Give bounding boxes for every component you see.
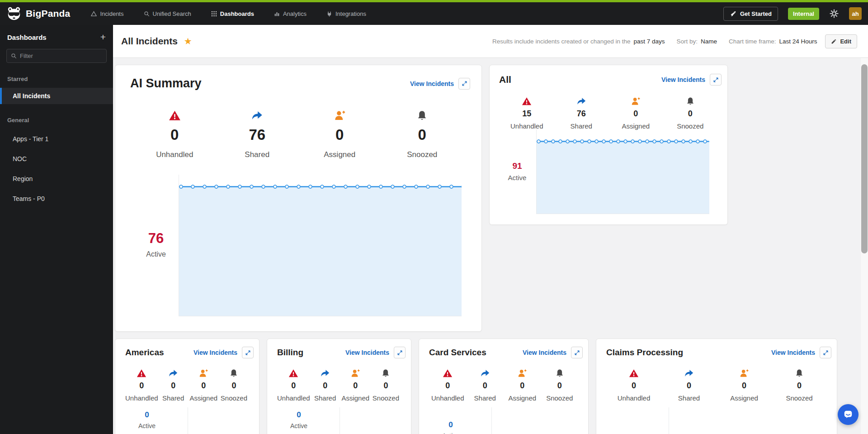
active-label: Active bbox=[128, 250, 184, 258]
stat-assigned: 0 Assigned bbox=[340, 368, 371, 402]
stat-label: Shared bbox=[245, 150, 269, 159]
stat-label: Snoozed bbox=[373, 394, 399, 402]
active-value: 91 bbox=[498, 161, 537, 171]
scrollbar-thumb[interactable] bbox=[861, 64, 868, 253]
active-incidents-trend-chart bbox=[188, 407, 251, 434]
sidebar-item-apps-tier-1[interactable]: Apps - Tier 1 bbox=[0, 129, 113, 149]
stat-unhandled: 0 Unhandled bbox=[125, 368, 158, 402]
view-incidents-link[interactable]: View Incidents bbox=[771, 349, 815, 356]
expand-button[interactable] bbox=[820, 347, 831, 358]
incident-stats-row: 0 Unhandled 0 Shared 0 Assigned 0 Snooze… bbox=[277, 368, 401, 402]
stat-label: Shared bbox=[162, 394, 184, 402]
view-incidents-link[interactable]: View Incidents bbox=[410, 80, 454, 87]
dashboard-card-all: All View Incidents 15 Unhandled 76 Share… bbox=[489, 65, 728, 225]
nav-item-incidents[interactable]: Incidents bbox=[91, 10, 123, 17]
primary-nav: Incidents Unified Search Dashboards bbox=[91, 10, 366, 17]
stat-label: Assigned bbox=[324, 150, 355, 159]
sidebar-item-noc[interactable]: NOC bbox=[0, 149, 113, 169]
user-avatar[interactable]: ah bbox=[849, 7, 862, 20]
stat-label: Assigned bbox=[189, 394, 217, 402]
stat-assigned: 0 Assigned bbox=[298, 110, 381, 159]
view-incidents-link[interactable]: View Incidents bbox=[661, 76, 705, 83]
dashboard-card-card-services: Card Services View Incidents 0 Unhandled… bbox=[419, 339, 589, 434]
sidebar-item-region[interactable]: Region bbox=[0, 169, 113, 189]
stat-value: 0 bbox=[323, 381, 327, 391]
nav-item-analytics[interactable]: Analytics bbox=[274, 10, 307, 17]
chart-area-fill bbox=[179, 186, 462, 316]
stat-label: Snoozed bbox=[407, 150, 437, 159]
nav-item-integrations[interactable]: Integrations bbox=[326, 10, 366, 17]
active-incidents-trend-chart bbox=[340, 407, 403, 434]
search-icon bbox=[144, 11, 150, 17]
active-label: Active bbox=[498, 174, 537, 181]
bigpanda-dashboard-page: BigPanda Incidents Unified Search bbox=[0, 0, 868, 434]
warning-triangle-icon bbox=[91, 11, 97, 17]
environment-badge: Internal bbox=[788, 8, 819, 20]
stat-value: 0 bbox=[139, 381, 144, 391]
expand-button[interactable] bbox=[458, 78, 470, 90]
snooze-bell-icon bbox=[555, 368, 565, 378]
expand-button[interactable] bbox=[710, 74, 722, 86]
stat-label: Unhandled bbox=[431, 394, 464, 402]
stat-label: Unhandled bbox=[277, 394, 310, 402]
results-meta: Results include incidents created or cha… bbox=[492, 38, 817, 45]
view-incidents-link[interactable]: View Incidents bbox=[345, 349, 389, 356]
active-count: 0 Active bbox=[123, 410, 171, 429]
stat-value: 76 bbox=[577, 109, 586, 119]
stat-assigned: 0 Assigned bbox=[609, 96, 663, 130]
snooze-bell-icon bbox=[416, 110, 428, 122]
share-arrow-icon bbox=[320, 368, 330, 378]
top-navigation-bar: BigPanda Incidents Unified Search bbox=[0, 0, 868, 25]
sort-value: Name bbox=[701, 38, 717, 45]
dashboard-card-ai-summary: AI Summary View Incidents 0 Unhandled 76… bbox=[115, 65, 482, 332]
expand-button[interactable] bbox=[394, 347, 406, 358]
section-label-general: General bbox=[0, 117, 113, 124]
stat-value: 0 bbox=[483, 381, 487, 391]
expand-button[interactable] bbox=[242, 347, 254, 358]
active-value: 0 bbox=[274, 410, 323, 420]
assign-user-icon bbox=[631, 96, 641, 106]
nav-item-unified-search[interactable]: Unified Search bbox=[144, 10, 191, 17]
expand-icon bbox=[713, 77, 719, 83]
get-started-button[interactable]: Get Started bbox=[723, 7, 778, 21]
active-count: 0 Active bbox=[274, 410, 323, 429]
add-dashboard-button[interactable]: + bbox=[100, 33, 106, 41]
chat-launcher-button[interactable] bbox=[838, 404, 859, 425]
active-incidents-trend-chart bbox=[536, 129, 709, 214]
gear-icon[interactable] bbox=[829, 9, 839, 19]
stat-snoozed: 0 Snoozed bbox=[663, 96, 718, 130]
stat-value: 0 bbox=[520, 381, 524, 391]
active-count: 76 Active bbox=[128, 230, 184, 258]
active-incidents-trend-chart bbox=[669, 407, 829, 434]
edit-button[interactable]: Edit bbox=[825, 34, 857, 48]
incident-stats-row: 0 Unhandled 0 Shared 0 Assigned 0 Snooze… bbox=[429, 368, 578, 402]
bigpanda-logo[interactable]: BigPanda bbox=[6, 6, 70, 21]
expand-icon bbox=[823, 350, 829, 356]
assign-user-icon bbox=[334, 110, 346, 122]
expand-icon bbox=[462, 81, 467, 86]
stat-value: 76 bbox=[249, 126, 265, 143]
favorite-star-icon[interactable]: ★ bbox=[184, 36, 192, 47]
expand-button[interactable] bbox=[571, 347, 583, 358]
stat-value: 0 bbox=[445, 381, 450, 391]
stat-unhandled: 0 Unhandled bbox=[277, 368, 310, 402]
expand-icon bbox=[245, 350, 251, 356]
active-count: 91 Active bbox=[498, 161, 537, 181]
sidebar-item-all-incidents[interactable]: All Incidents bbox=[0, 88, 113, 104]
view-incidents-link[interactable]: View Incidents bbox=[523, 349, 566, 356]
stat-snoozed: 0 Snoozed bbox=[371, 368, 401, 402]
nav-item-dashboards[interactable]: Dashboards bbox=[211, 10, 254, 17]
sidebar-item-teams-p0[interactable]: Teams - P0 bbox=[0, 189, 113, 209]
vertical-scrollbar bbox=[861, 58, 868, 434]
panda-logo-icon bbox=[6, 6, 22, 21]
sidebar-title: Dashboards bbox=[7, 33, 47, 41]
grid-icon bbox=[211, 11, 217, 17]
view-incidents-link[interactable]: View Incidents bbox=[193, 349, 237, 356]
card-title: Americas bbox=[125, 348, 164, 358]
stat-unhandled: 0 Unhandled bbox=[606, 368, 661, 402]
filter-input[interactable] bbox=[20, 52, 102, 59]
stat-value: 0 bbox=[171, 381, 175, 391]
sidebar-filter bbox=[6, 49, 107, 63]
share-arrow-icon bbox=[576, 96, 586, 106]
stat-shared: 0 Shared bbox=[158, 368, 189, 402]
